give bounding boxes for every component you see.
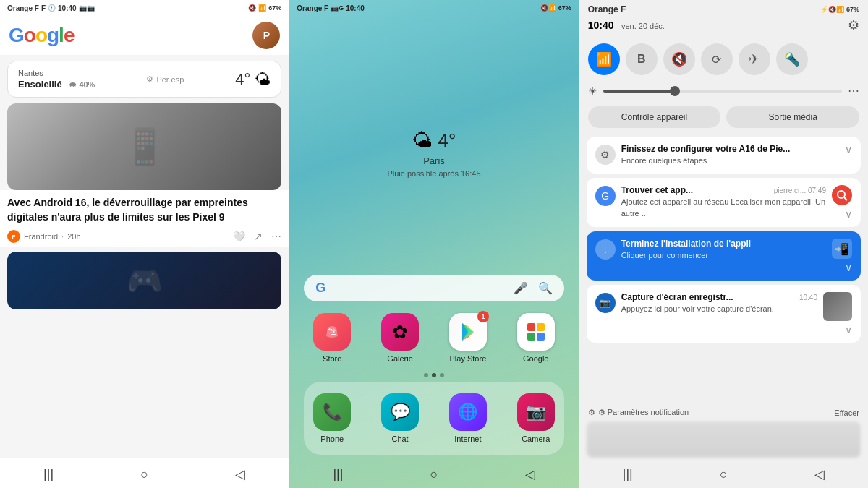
setup-notif-icon: ⚙ [595, 145, 616, 165]
wifi-toggle[interactable]: 📶 [588, 43, 620, 75]
brightness-more-icon[interactable]: ⋯ [848, 84, 859, 98]
news-meta: F Frandroid · 20h 🤍 ↗ ⋯ [7, 230, 281, 243]
more-icon[interactable]: ⋯ [271, 231, 281, 242]
weather-card[interactable]: Nantes Ensoleillé 🌧 40% ⚙ Per esp 4° 🌤 [7, 61, 281, 98]
app-camera[interactable]: 📷 Camera [508, 393, 564, 443]
phone-label: Phone [320, 435, 344, 443]
phone-icon: 📞 [313, 393, 351, 431]
app-store[interactable]: 🛍 Store [304, 313, 360, 363]
app-browser[interactable]: 🌐 Internet [440, 393, 496, 443]
phone-1: Orange F F 🕙 10:40 📷📷 🔇 📶 67% Google P N… [0, 0, 289, 488]
home-weather-desc: Pluie possible après 16:45 [387, 169, 480, 178]
google-search-icon [832, 185, 852, 205]
screenshot-thumbnail [823, 292, 852, 321]
google-icon [517, 313, 555, 351]
user-avatar[interactable]: P [252, 22, 280, 49]
home-button-3[interactable]: ○ [708, 464, 739, 485]
brightness-dot [670, 86, 680, 96]
brightness-bar[interactable] [603, 90, 842, 93]
home-weather-area: 🌤 4° Paris Pluie possible après 16:45 [304, 16, 563, 269]
chat-icon: 💬 [381, 393, 419, 431]
browser-label: Internet [454, 435, 481, 443]
mic-icon[interactable]: 🎤 [514, 281, 528, 295]
home-weather: 🌤 4° Paris Pluie possible après 16:45 [387, 129, 480, 178]
back-button-1[interactable]: ◁ [224, 463, 257, 485]
share-icon[interactable]: ↗ [254, 231, 263, 242]
back-button-2[interactable]: ◁ [514, 463, 547, 485]
brightness-fill [603, 90, 675, 93]
setup-notif-text: Finissez de configurer votre A16 de Pie.… [621, 144, 839, 166]
notif-install[interactable]: ↓ Terminez l'installation de l'appli Cli… [587, 231, 861, 281]
media-output-button[interactable]: Sortie média [726, 106, 859, 128]
chat-label: Chat [391, 435, 408, 443]
news-actions: 🤍 ↗ ⋯ [233, 231, 281, 242]
screenshot-notif-icon: 📷 [595, 293, 616, 313]
nav-bar-3: ||| ○ ◁ [579, 458, 868, 488]
flashlight-toggle[interactable]: 🔦 [776, 43, 808, 75]
notif-expand-3[interactable]: ∨ [845, 262, 852, 273]
date-row: 10:40 ven. 20 déc. ⚙ [579, 16, 868, 38]
blurred-content [587, 421, 861, 458]
google-logo: Google [9, 24, 74, 47]
recents-button-2[interactable]: ||| [321, 464, 354, 485]
notif-find[interactable]: G Trouver cet app... pierre.cr... 07:49 … [587, 178, 861, 227]
google-label: Google [523, 354, 548, 363]
phone-3: Orange F ⚡🔇📶 67% 10:40 ven. 20 déc. ⚙ 📶 … [579, 0, 868, 488]
news-source: F Frandroid · 20h [7, 230, 81, 243]
search-bar[interactable]: G 🎤 🔍 [304, 275, 563, 301]
playstore-badge: 1 [477, 311, 489, 322]
rotate-toggle[interactable]: ⟳ [701, 43, 733, 75]
page-dots [304, 373, 563, 377]
app-galerie[interactable]: ✿ Galerie [372, 313, 428, 363]
app-grid-row2: 📞 Phone 💬 Chat 🌐 Internet 📷 Camera [304, 388, 563, 449]
app-chat[interactable]: 💬 Chat [372, 393, 428, 443]
status-bar-3: Orange F ⚡🔇📶 67% [579, 0, 868, 16]
airplane-toggle[interactable]: ✈ [739, 43, 770, 75]
bluetooth-toggle[interactable]: B [626, 43, 658, 75]
install-icon: 📲 [832, 239, 852, 259]
mute-toggle[interactable]: 🔇 [663, 43, 695, 75]
settings-gear-icon[interactable]: ⚙ [848, 17, 859, 33]
notif-screenshot[interactable]: 📷 Capture d'écran enregistr... 10:40 App… [587, 285, 861, 343]
status-bar-2: Orange F 📷G 10:40 🔇📶 67% [289, 0, 578, 16]
weather-temp: 4° 🌤 [235, 70, 271, 89]
like-icon[interactable]: 🤍 [233, 231, 245, 242]
media-controls: Contrôle appareil Sortie média [579, 103, 868, 134]
camera-label: Camera [522, 435, 550, 443]
app-phone[interactable]: 📞 Phone [304, 393, 360, 443]
news-content[interactable]: Avec Android 16, le déverrouillage par e… [0, 190, 289, 247]
home-button-1[interactable]: ○ [129, 464, 160, 485]
home-sun-icon: 🌤 [412, 129, 433, 153]
brightness-icon: ☀ [588, 85, 597, 97]
app-google[interactable]: Google [508, 313, 564, 363]
browser-icon: 🌐 [449, 393, 487, 431]
screenshot-notif-text: Capture d'écran enregistr... 10:40 Appuy… [621, 292, 817, 314]
weather-extra: ⚙ Per esp [146, 74, 184, 84]
carrier-2: Orange F 📷G 10:40 [297, 4, 365, 12]
notif-settings-link[interactable]: ⚙ ⚙ Paramètres notification [588, 408, 689, 417]
device-control-button[interactable]: Contrôle appareil [588, 106, 721, 128]
recents-button-3[interactable]: ||| [611, 464, 644, 485]
feed-header: Google P [0, 16, 289, 55]
notif-expand-1[interactable]: ∨ [845, 144, 852, 155]
camera-icon: 📷 [517, 393, 555, 431]
status-icons-2: 🔇📶 67% [540, 4, 571, 12]
app-playstore[interactable]: 1 Play Store [440, 313, 496, 363]
home-city: Paris [423, 155, 445, 166]
home-temp: 4° [438, 129, 456, 152]
notif-setup[interactable]: ⚙ Finissez de configurer votre A16 de Pi… [587, 137, 861, 174]
home-button-2[interactable]: ○ [419, 464, 450, 485]
recents-button-1[interactable]: ||| [32, 464, 65, 485]
svg-line-6 [844, 197, 847, 200]
playstore-label: Play Store [450, 354, 487, 363]
back-button-3[interactable]: ◁ [803, 463, 836, 485]
dock-bar: 📞 Phone 💬 Chat 🌐 Internet 📷 Camera [304, 382, 563, 455]
notif-expand-4[interactable]: ∨ [845, 324, 852, 335]
svg-point-5 [838, 191, 845, 198]
source-logo: F [7, 230, 20, 243]
notif-clear-button[interactable]: Effacer [834, 408, 859, 417]
notifications-list: ⚙ Finissez de configurer votre A16 de Pi… [579, 134, 868, 403]
lens-icon[interactable]: 🔍 [538, 281, 553, 295]
google-g-icon: G [315, 281, 326, 296]
notif-expand-2[interactable]: ∨ [845, 208, 852, 220]
